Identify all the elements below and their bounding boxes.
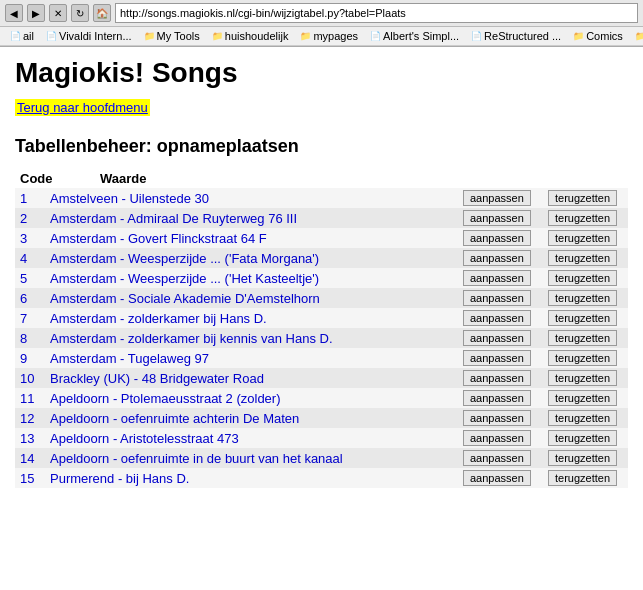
aanpassen-button[interactable]: aanpassen xyxy=(463,230,531,246)
aanpassen-button[interactable]: aanpassen xyxy=(463,330,531,346)
row-value: Amsterdam - Weesperzijde ... ('Fata Morg… xyxy=(45,248,458,268)
bookmark-mail[interactable]: 📄 ail xyxy=(5,29,39,43)
terugzetten-button[interactable]: terugzetten xyxy=(548,350,617,366)
header-waarde: Waarde xyxy=(95,171,458,186)
row-code-link[interactable]: 7 xyxy=(20,311,27,326)
row-value: Apeldoorn - oefenruimte achterin De Mate… xyxy=(45,408,458,428)
row-value: Amstelveen - Uilenstede 30 xyxy=(45,188,458,208)
table-row: 5Amsterdam - Weesperzijde ... ('Het Kast… xyxy=(15,268,628,288)
bookmark-huishoudelijk[interactable]: 📁 huishoudelijk xyxy=(207,29,294,43)
bookmark-mypages[interactable]: 📁 mypages xyxy=(295,29,363,43)
bookmark-label: Albert's Simpl... xyxy=(383,30,459,42)
row-value: Amsterdam - zolderkamer bij kennis van H… xyxy=(45,328,458,348)
terugzetten-button[interactable]: terugzetten xyxy=(548,410,617,426)
row-code-link[interactable]: 2 xyxy=(20,211,27,226)
section-title: Tabellenbeheer: opnameplaatsen xyxy=(15,136,628,157)
address-bar[interactable] xyxy=(115,3,638,23)
terugzetten-button[interactable]: terugzetten xyxy=(548,390,617,406)
page-content: Magiokis! Songs Terug naar hoofdmenu Tab… xyxy=(0,47,643,498)
nav-back[interactable]: ◀ xyxy=(5,4,23,22)
table-row: 9Amsterdam - Tugelaweg 97aanpassenterugz… xyxy=(15,348,628,368)
huishoudelijk-favicon: 📁 xyxy=(212,31,223,41)
terugzetten-button[interactable]: terugzetten xyxy=(548,270,617,286)
aanpassen-button[interactable]: aanpassen xyxy=(463,410,531,426)
terugzetten-button[interactable]: terugzetten xyxy=(548,450,617,466)
row-value: Brackley (UK) - 48 Bridgewater Road xyxy=(45,368,458,388)
mail-favicon: 📄 xyxy=(10,31,21,41)
row-value: Amsterdam - Sociale Akademie D'Aemstelho… xyxy=(45,288,458,308)
row-value: Amsterdam - zolderkamer bij Hans D. xyxy=(45,308,458,328)
aanpassen-button[interactable]: aanpassen xyxy=(463,390,531,406)
back-link[interactable]: Terug naar hoofdmenu xyxy=(15,99,150,116)
row-value: Amsterdam - Admiraal De Ruyterweg 76 III xyxy=(45,208,458,228)
row-code-link[interactable]: 5 xyxy=(20,271,27,286)
row-code-link[interactable]: 6 xyxy=(20,291,27,306)
terugzetten-button[interactable]: terugzetten xyxy=(548,230,617,246)
header-aanpassen xyxy=(458,171,543,186)
row-code-link[interactable]: 15 xyxy=(20,471,34,486)
nav-forward[interactable]: ▶ xyxy=(27,4,45,22)
terugzetten-button[interactable]: terugzetten xyxy=(548,290,617,306)
bookmarks-bar: 📄 ail 📄 Vivaldi Intern... 📁 My Tools 📁 h… xyxy=(0,27,643,46)
terugzetten-button[interactable]: terugzetten xyxy=(548,190,617,206)
table-row: 2Amsterdam - Admiraal De Ruyterweg 76 II… xyxy=(15,208,628,228)
row-code-link[interactable]: 12 xyxy=(20,411,34,426)
aanpassen-button[interactable]: aanpassen xyxy=(463,470,531,486)
row-value: Amsterdam - Weesperzijde ... ('Het Kaste… xyxy=(45,268,458,288)
row-code-link[interactable]: 11 xyxy=(20,391,34,406)
row-code-link[interactable]: 9 xyxy=(20,351,27,366)
table-row: 12Apeldoorn - oefenruimte achterin De Ma… xyxy=(15,408,628,428)
table-row: 15Purmerend - bij Hans D.aanpassenterugz… xyxy=(15,468,628,488)
row-code-link[interactable]: 8 xyxy=(20,331,27,346)
bookmark-vivaldi[interactable]: 📄 Vivaldi Intern... xyxy=(41,29,137,43)
aanpassen-button[interactable]: aanpassen xyxy=(463,370,531,386)
terugzetten-button[interactable]: terugzetten xyxy=(548,370,617,386)
bookmark-restructured[interactable]: 📄 ReStructured ... xyxy=(466,29,566,43)
terugzetten-button[interactable]: terugzetten xyxy=(548,430,617,446)
aanpassen-button[interactable]: aanpassen xyxy=(463,310,531,326)
row-code-link[interactable]: 10 xyxy=(20,371,34,386)
terugzetten-button[interactable]: terugzetten xyxy=(548,470,617,486)
bookmark-mytools[interactable]: 📁 My Tools xyxy=(139,29,205,43)
browser-toolbar: ◀ ▶ ✕ ↻ 🏠 xyxy=(0,0,643,27)
row-code-link[interactable]: 1 xyxy=(20,191,27,206)
header-terugzetten xyxy=(543,171,628,186)
bookmark-comics[interactable]: 📁 Comics xyxy=(568,29,628,43)
nav-refresh[interactable]: ↻ xyxy=(71,4,89,22)
aanpassen-button[interactable]: aanpassen xyxy=(463,450,531,466)
aanpassen-button[interactable]: aanpassen xyxy=(463,430,531,446)
terugzetten-button[interactable]: terugzetten xyxy=(548,330,617,346)
aanpassen-button[interactable]: aanpassen xyxy=(463,270,531,286)
aanpassen-button[interactable]: aanpassen xyxy=(463,210,531,226)
row-value: Apeldoorn - Aristotelesstraat 473 xyxy=(45,428,458,448)
aanpassen-button[interactable]: aanpassen xyxy=(463,290,531,306)
terugzetten-button[interactable]: terugzetten xyxy=(548,250,617,266)
bookmark-label: mypages xyxy=(313,30,358,42)
comics-favicon: 📁 xyxy=(573,31,584,41)
bookmark-fine[interactable]: 📁 Fine xyxy=(630,29,643,43)
row-code-link[interactable]: 3 xyxy=(20,231,27,246)
nav-stop[interactable]: ✕ xyxy=(49,4,67,22)
row-code-link[interactable]: 14 xyxy=(20,451,34,466)
aanpassen-button[interactable]: aanpassen xyxy=(463,190,531,206)
bookmark-label: huishoudelijk xyxy=(225,30,289,42)
table-row: 3Amsterdam - Govert Flinckstraat 64 Faan… xyxy=(15,228,628,248)
header-code: Code xyxy=(15,171,95,186)
aanpassen-button[interactable]: aanpassen xyxy=(463,350,531,366)
table-row: 4Amsterdam - Weesperzijde ... ('Fata Mor… xyxy=(15,248,628,268)
table-row: 7Amsterdam - zolderkamer bij Hans D.aanp… xyxy=(15,308,628,328)
row-value: Apeldoorn - Ptolemaeusstraat 2 (zolder) xyxy=(45,388,458,408)
bookmark-label: Comics xyxy=(586,30,623,42)
data-table: 1Amstelveen - Uilenstede 30aanpassenteru… xyxy=(15,188,628,488)
table-row: 6Amsterdam - Sociale Akademie D'Aemstelh… xyxy=(15,288,628,308)
table-row: 1Amstelveen - Uilenstede 30aanpassenteru… xyxy=(15,188,628,208)
bookmark-alberts[interactable]: 📄 Albert's Simpl... xyxy=(365,29,464,43)
nav-home[interactable]: 🏠 xyxy=(93,4,111,22)
row-code-link[interactable]: 4 xyxy=(20,251,27,266)
terugzetten-button[interactable]: terugzetten xyxy=(548,210,617,226)
terugzetten-button[interactable]: terugzetten xyxy=(548,310,617,326)
vivaldi-favicon: 📄 xyxy=(46,31,57,41)
aanpassen-button[interactable]: aanpassen xyxy=(463,250,531,266)
table-headers: Code Waarde xyxy=(15,167,628,188)
row-code-link[interactable]: 13 xyxy=(20,431,34,446)
